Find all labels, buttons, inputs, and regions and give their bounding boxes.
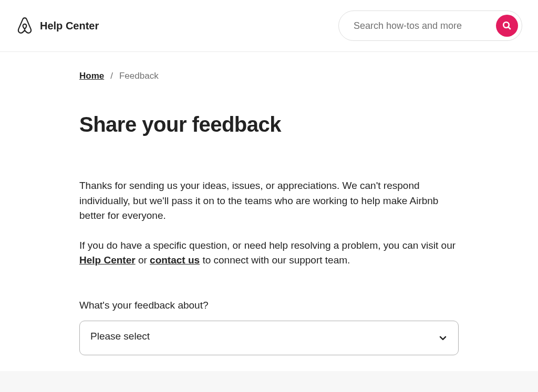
text-fragment: If you do have a specific question, or n…: [79, 240, 456, 251]
footer-area: [0, 371, 538, 392]
breadcrumb-separator: /: [110, 71, 113, 81]
search-icon: [502, 21, 512, 30]
feedback-topic-label: What's your feedback about?: [79, 300, 459, 311]
page-header: Help Center: [0, 0, 538, 52]
text-fragment: to connect with our support team.: [200, 255, 350, 266]
header-title: Help Center: [40, 20, 99, 32]
intro-paragraph-1: Thanks for sending us your ideas, issues…: [79, 178, 459, 224]
help-center-link[interactable]: Help Center: [79, 255, 136, 266]
header-brand[interactable]: Help Center: [16, 16, 99, 35]
search-input[interactable]: [338, 10, 522, 41]
feedback-topic-select[interactable]: Please select: [79, 321, 459, 355]
page-title: Share your feedback: [79, 113, 459, 136]
search-container: [338, 10, 522, 41]
svg-line-1: [508, 27, 510, 29]
intro-paragraph-2: If you do have a specific question, or n…: [79, 238, 459, 268]
feedback-topic-select-wrapper: Please select: [79, 321, 459, 355]
main-content: Home / Feedback Share your feedback Than…: [67, 52, 471, 392]
airbnb-logo-icon: [16, 16, 34, 35]
breadcrumb-home-link[interactable]: Home: [79, 71, 104, 81]
breadcrumb-current: Feedback: [119, 71, 159, 81]
text-fragment: or: [136, 255, 150, 266]
breadcrumb: Home / Feedback: [79, 71, 459, 81]
contact-us-link[interactable]: contact us: [150, 255, 200, 266]
search-button[interactable]: [496, 15, 518, 37]
